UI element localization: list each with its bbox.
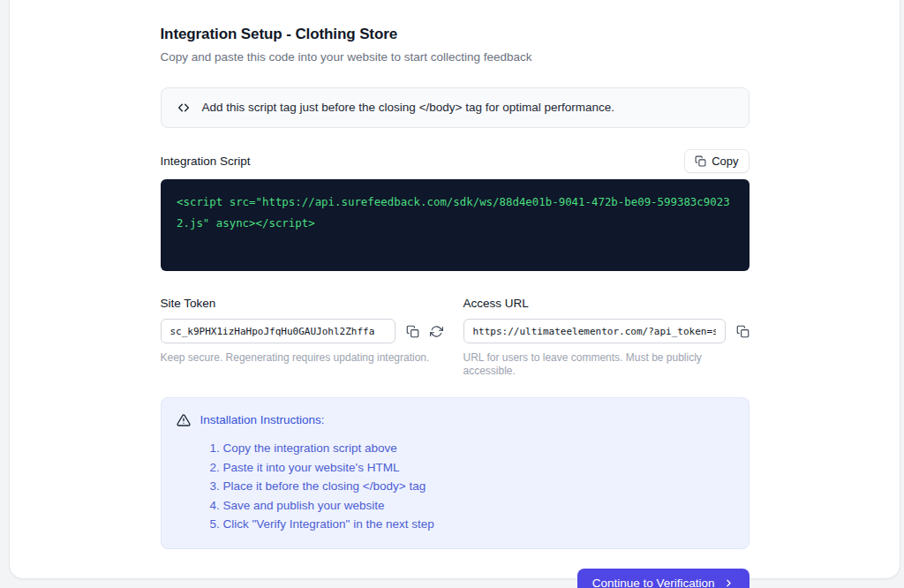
instruction-step: 3. Place it before the closing </body> t… — [210, 477, 734, 496]
regenerate-token-button[interactable] — [430, 325, 443, 338]
copy-token-button[interactable] — [406, 325, 419, 338]
access-url-field: Access URL URL for users to leave commen… — [463, 296, 750, 378]
refresh-icon — [430, 325, 443, 338]
integration-script-code-block[interactable]: <script src="https://api.surefeedback.co… — [161, 179, 750, 271]
site-token-input[interactable] — [161, 319, 396, 343]
continue-to-verification-button[interactable]: Continue to Verification — [577, 569, 750, 588]
instruction-step: 4. Save and publish your website — [210, 496, 734, 516]
copy-icon — [736, 325, 750, 338]
instruction-step: 2. Paste it into your website's HTML — [210, 458, 734, 478]
script-placement-tip: Add this script tag just before the clos… — [161, 87, 750, 128]
site-token-label: Site Token — [161, 296, 443, 311]
tip-text: Add this script tag just before the clos… — [202, 100, 615, 116]
card-content: Integration Setup - Clothing Store Copy … — [161, 0, 750, 588]
site-token-help: Keep secure. Regenerating requires updat… — [161, 351, 443, 365]
chevron-right-icon — [723, 577, 734, 588]
copy-icon — [406, 325, 419, 338]
instruction-step: 1. Copy the integration script above — [210, 439, 734, 458]
copy-icon — [695, 155, 706, 167]
installation-instructions-box: Installation Instructions: 1. Copy the i… — [161, 397, 750, 549]
copy-script-button[interactable]: Copy — [684, 149, 749, 173]
site-token-field: Site Token Keep secure. Regenerating — [161, 296, 443, 378]
code-icon — [177, 101, 191, 115]
copy-button-label: Copy — [712, 155, 738, 168]
warning-icon — [177, 413, 191, 427]
page-subtitle: Copy and paste this code into your websi… — [161, 49, 750, 65]
integration-setup-card: Integration Setup - Clothing Store Copy … — [9, 0, 900, 579]
page-title: Integration Setup - Clothing Store — [161, 25, 750, 43]
token-url-fields: Site Token Keep secure. Regenerating — [161, 296, 750, 378]
instructions-list: 1. Copy the integration script above 2. … — [210, 439, 734, 534]
integration-script-label: Integration Script — [161, 154, 251, 169]
footer-actions: Continue to Verification — [161, 569, 750, 588]
instruction-step: 5. Click "Verify Integration" in the nex… — [210, 515, 734, 534]
integration-script-header: Integration Script Copy — [161, 149, 750, 173]
continue-button-label: Continue to Verification — [592, 577, 715, 588]
access-url-label: Access URL — [463, 296, 750, 311]
copy-url-button[interactable] — [736, 325, 750, 338]
access-url-help: URL for users to leave comments. Must be… — [463, 351, 750, 378]
instructions-title: Installation Instructions: — [200, 411, 325, 429]
integration-script-code: <script src="https://api.surefeedback.co… — [177, 195, 730, 230]
access-url-input[interactable] — [463, 319, 726, 343]
